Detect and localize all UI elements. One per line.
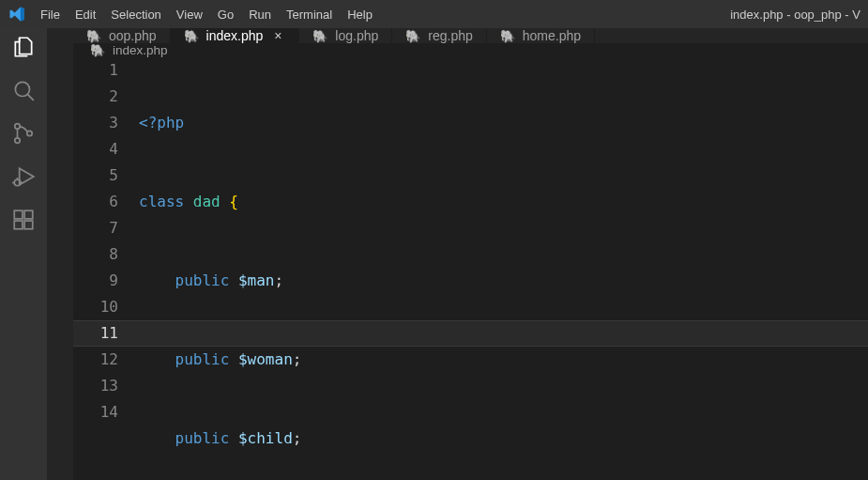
line-number: 7 (73, 215, 118, 241)
svg-point-2 (15, 124, 20, 129)
line-gutter: 1 2 3 4 5 6 7 8 9 10 11 12 13 14 (73, 57, 139, 480)
sidebar-gap (47, 28, 73, 480)
code-line: public $child; (139, 426, 868, 452)
close-icon[interactable]: × (270, 28, 285, 43)
breadcrumb[interactable]: 🐘 index.php (73, 43, 868, 57)
activity-bar (0, 28, 47, 480)
code-line: class dad { (139, 189, 868, 215)
line-number: 4 (73, 136, 118, 163)
title-bar: File Edit Selection View Go Run Terminal… (0, 0, 868, 28)
tab-label: reg.php (428, 28, 472, 43)
menu-help[interactable]: Help (340, 0, 380, 28)
line-number: 10 (73, 294, 118, 320)
svg-rect-13 (24, 210, 33, 219)
code-editor[interactable]: 1 2 3 4 5 6 7 8 9 10 11 12 13 14 <?php c… (73, 57, 868, 480)
line-number: 12 (73, 347, 118, 373)
source-control-icon[interactable] (10, 120, 37, 147)
menu-bar: File Edit Selection View Go Run Terminal… (33, 0, 380, 28)
tab-label: index.php (206, 28, 264, 43)
line-number: 9 (73, 268, 118, 294)
line-number: 14 (73, 399, 118, 426)
menu-go[interactable]: Go (210, 0, 241, 28)
line-number: 6 (73, 189, 118, 215)
tab-label: home.php (523, 28, 581, 43)
breadcrumb-label: index.php (113, 43, 168, 57)
menu-run[interactable]: Run (241, 0, 279, 28)
php-file-icon: 🐘 (86, 29, 101, 43)
tab-reg-php[interactable]: 🐘 reg.php (392, 28, 486, 43)
svg-line-1 (27, 94, 34, 101)
line-number: 8 (73, 241, 118, 268)
tab-oop-php[interactable]: 🐘 oop.php (73, 28, 171, 43)
svg-point-3 (15, 138, 20, 143)
window-title: index.php - oop_php - V (380, 8, 868, 22)
line-number: 2 (73, 84, 118, 110)
php-file-icon: 🐘 (405, 29, 420, 43)
code-line: public $woman; (139, 347, 868, 373)
menu-file[interactable]: File (33, 0, 68, 28)
line-number: 5 (73, 163, 118, 189)
menu-terminal[interactable]: Terminal (279, 0, 340, 28)
php-file-icon: 🐘 (312, 29, 327, 43)
menu-edit[interactable]: Edit (68, 0, 103, 28)
menu-view[interactable]: View (169, 0, 210, 28)
line-number: 3 (73, 110, 118, 136)
tab-log-php[interactable]: 🐘 log.php (299, 28, 392, 43)
svg-rect-12 (24, 221, 33, 229)
editor-tabs: 🐘 oop.php 🐘 index.php × 🐘 log.php 🐘 reg.… (73, 28, 868, 43)
code-line: <?php (139, 110, 868, 136)
tab-home-php[interactable]: 🐘 home.php (487, 28, 595, 43)
svg-point-0 (15, 82, 29, 96)
line-number: 11 (73, 320, 118, 347)
line-number: 1 (73, 57, 118, 84)
svg-point-4 (27, 131, 32, 135)
extensions-icon[interactable] (10, 207, 37, 233)
run-debug-icon[interactable] (10, 163, 37, 190)
code-line: public $man; (139, 268, 868, 294)
svg-rect-11 (14, 221, 23, 229)
tab-index-php[interactable]: 🐘 index.php × (171, 28, 300, 43)
editor-area: 🐘 oop.php 🐘 index.php × 🐘 log.php 🐘 reg.… (73, 28, 868, 480)
tab-label: oop.php (109, 28, 157, 43)
tab-label: log.php (335, 28, 378, 43)
php-file-icon: 🐘 (500, 29, 515, 43)
php-file-icon: 🐘 (184, 29, 199, 43)
svg-rect-10 (14, 210, 23, 219)
search-icon[interactable] (10, 77, 37, 103)
vscode-logo-icon (0, 6, 33, 23)
code-content[interactable]: <?php class dad { public $man; public $w… (139, 57, 868, 480)
line-number: 13 (73, 373, 118, 399)
menu-selection[interactable]: Selection (103, 0, 168, 28)
explorer-icon[interactable] (10, 34, 37, 60)
php-file-icon: 🐘 (90, 43, 105, 57)
